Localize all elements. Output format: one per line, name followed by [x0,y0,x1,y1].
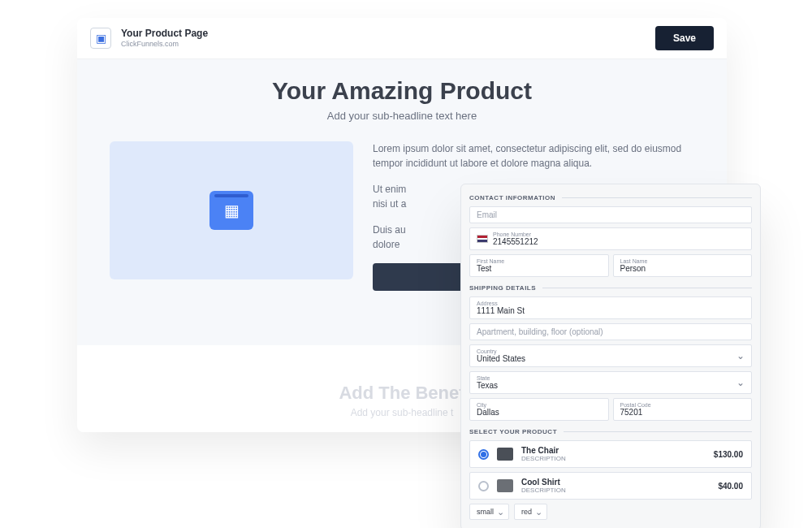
country-select[interactable]: Country United States [469,344,752,367]
address2-field[interactable]: Apartment, building, floor (optional) [469,323,752,340]
first-name-field[interactable]: First Name Test [469,254,609,277]
product-price: $40.00 [718,482,743,491]
section-product-header: SELECT YOUR PRODUCT [469,428,752,435]
state-select[interactable]: State Texas [469,371,752,394]
product-price: $130.00 [714,450,743,459]
radio-selected-icon[interactable] [478,449,489,460]
address-field[interactable]: Address 1111 Main St [469,296,752,319]
cta-button-placeholder[interactable] [373,263,470,291]
body-paragraph-1[interactable]: Lorem ipsum dolor sit amet, consectetur … [373,141,694,171]
topbar: ▣ Your Product Page ClickFunnels.com Sav… [77,18,727,59]
hero-headline[interactable]: Your Amazing Product [110,77,694,105]
section-contact-header: CONTACT INFORMATION [469,194,752,201]
us-flag-icon[interactable] [477,235,488,243]
media-placeholder[interactable]: ▦ [110,141,353,279]
clickfunnels-logo-icon: ▣ [90,28,111,49]
product-option-chair[interactable]: The Chair DESCRIPTION $130.00 [469,440,752,468]
product-option-shirt[interactable]: Cool Shirt DESCRIPTION $40.00 [469,472,752,500]
variant-size-select[interactable]: small [469,504,509,520]
postal-field[interactable]: Postal Code 75201 [613,398,753,421]
clickfunnels-icon: ▦ [209,191,253,230]
product-thumb-icon [497,479,513,492]
city-field[interactable]: City Dallas [469,398,609,421]
radio-unselected-icon[interactable] [478,481,489,491]
hero-subheadline[interactable]: Add your sub-headline text here [110,110,694,122]
last-name-field[interactable]: Last Name Person [613,254,753,277]
variant-color-select[interactable]: red [514,504,547,520]
page-subtitle: ClickFunnels.com [121,40,208,49]
phone-field[interactable]: Phone Number 2145551212 [469,227,752,250]
checkout-form-overlay: CONTACT INFORMATION Email Phone Number 2… [460,184,761,528]
page-title: Your Product Page [121,28,208,39]
product-thumb-icon [497,448,513,461]
section-shipping-header: SHIPPING DETAILS [469,284,752,292]
save-button[interactable]: Save [655,26,714,50]
email-field[interactable]: Email [469,206,752,223]
